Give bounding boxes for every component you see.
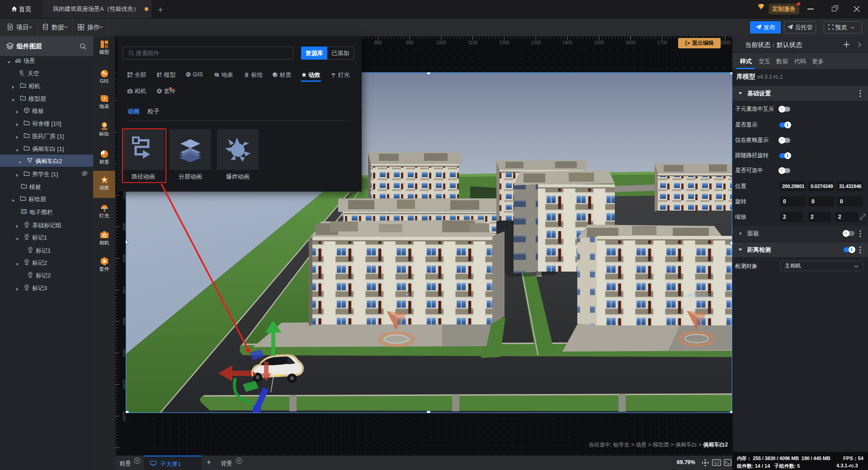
svg-text:1000: 1000	[436, 40, 447, 45]
svg-text:600: 600	[122, 254, 126, 262]
svg-text:700: 700	[122, 286, 126, 294]
svg-text:1700: 1700	[657, 40, 667, 45]
svg-text:1400: 1400	[562, 40, 573, 45]
svg-text:《〈 标记1 〉》: 《〈 标记1 〉》	[394, 291, 429, 297]
svg-text:900: 900	[122, 349, 126, 357]
svg-text:1000: 1000	[122, 380, 126, 390]
svg-text:1200: 1200	[499, 40, 509, 45]
svg-text:400: 400	[122, 192, 126, 199]
svg-text:《 俩厢车白2: 《 俩厢车白2	[681, 292, 710, 298]
svg-text:1500: 1500	[594, 40, 604, 45]
svg-text:800: 800	[122, 318, 126, 325]
svg-text:1100: 1100	[122, 411, 126, 421]
svg-text:800: 800	[374, 40, 382, 45]
svg-text:1100: 1100	[468, 40, 478, 45]
svg-text:1600: 1600	[625, 40, 636, 45]
svg-text:1300: 1300	[531, 40, 541, 45]
svg-text:500: 500	[122, 223, 126, 230]
svg-text:900: 900	[406, 40, 414, 45]
svg-text:1900: 1900	[720, 40, 731, 45]
